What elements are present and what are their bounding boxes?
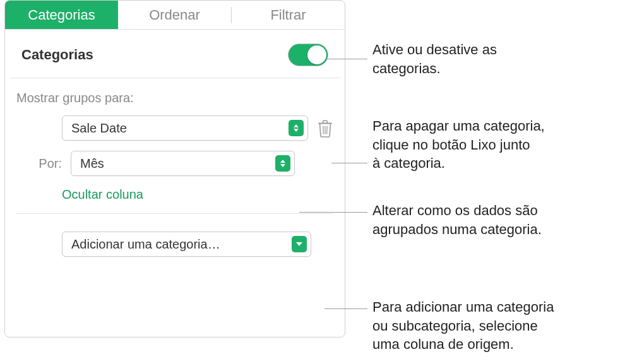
add-category-select[interactable]: Adicionar uma categoria…	[62, 232, 311, 257]
callout-text: ou subcategoria, selecione	[372, 317, 554, 336]
updown-arrows-icon	[289, 120, 304, 136]
callout-text: Para adicionar uma categoria	[372, 298, 554, 317]
hide-column-row: Ocultar coluna	[16, 187, 333, 202]
group-by-select[interactable]: Mês	[71, 151, 295, 176]
callout-text: agrupados numa categoria.	[372, 220, 542, 239]
inspector-panel: Categorias Ordenar Filtrar Categorias Mo…	[4, 0, 345, 338]
group-column-value: Sale Date	[71, 121, 127, 136]
add-category-value: Adicionar uma categoria…	[71, 237, 220, 252]
svg-line-2	[327, 126, 328, 134]
callout-line	[331, 163, 367, 163]
tab-label: Ordenar	[149, 7, 200, 23]
callout-groupby: Alterar como os dados são agrupados numa…	[372, 201, 542, 238]
callout-text: Para apagar uma categoria,	[372, 117, 545, 136]
tab-bar: Categorias Ordenar Filtrar	[5, 1, 345, 30]
callout-line	[324, 308, 367, 309]
callout-trash: Para apagar uma categoria, clique no bot…	[372, 117, 545, 173]
updown-arrows-icon	[275, 155, 290, 172]
categories-toggle[interactable]	[288, 44, 328, 66]
tab-label: Categorias	[28, 7, 95, 23]
section-header: Categorias	[10, 30, 340, 78]
callout-text: Alterar como os dados são	[372, 201, 542, 220]
tab-filter[interactable]: Filtrar	[232, 1, 345, 29]
trash-icon[interactable]	[317, 119, 333, 138]
tab-label: Filtrar	[270, 7, 306, 23]
tab-sort[interactable]: Ordenar	[118, 1, 231, 29]
callout-line	[299, 212, 367, 213]
callout-toggle: Ative ou desative as categorias.	[372, 40, 524, 78]
divider	[16, 213, 333, 214]
callout-text: à categoria.	[372, 154, 545, 173]
add-category-row: Adicionar uma categoria…	[16, 232, 333, 257]
group-by-value: Mês	[80, 156, 104, 171]
tab-categories[interactable]: Categorias	[5, 1, 118, 29]
callout-add: Para adicionar uma categoria ou subcateg…	[372, 298, 554, 354]
group-by-row: Por: Mês	[16, 151, 333, 176]
show-groups-label: Mostrar grupos para:	[16, 91, 333, 105]
group-column-row: Sale Date	[16, 115, 333, 141]
panel-content: Mostrar grupos para: Sale Date Por: Mês	[5, 78, 345, 269]
section-title: Categorias	[21, 47, 93, 63]
callout-text: uma coluna de origem.	[372, 335, 554, 354]
group-column-select[interactable]: Sale Date	[62, 115, 308, 141]
toggle-knob	[307, 45, 326, 64]
por-label: Por:	[32, 156, 62, 171]
callout-text: clique no botão Lixo junto	[372, 136, 545, 155]
hide-column-link[interactable]: Ocultar coluna	[62, 187, 143, 201]
chevron-down-icon	[292, 236, 307, 252]
svg-line-0	[323, 126, 324, 134]
callout-line	[326, 59, 367, 59]
